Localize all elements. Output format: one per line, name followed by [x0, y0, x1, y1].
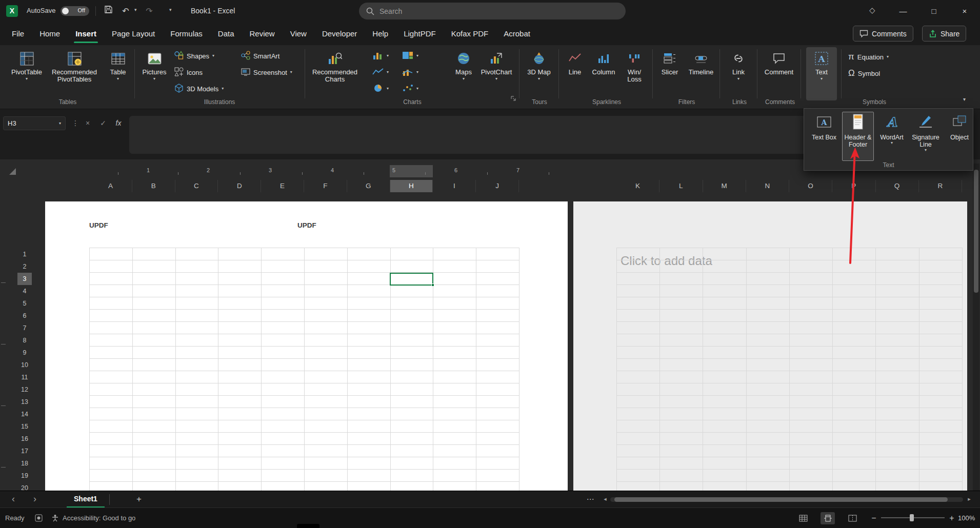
row-header-3[interactable]: 3	[17, 273, 32, 285]
row-header-7[interactable]: 7	[17, 322, 32, 334]
column-header-b[interactable]: B	[132, 180, 175, 192]
pivottable-button[interactable]: PivotTable ▾	[8, 47, 45, 100]
insert-pie-chart-button[interactable]: ▾	[370, 82, 391, 95]
column-header-d[interactable]: D	[218, 180, 261, 192]
row-header-1[interactable]: 1	[17, 248, 32, 260]
row-header-14[interactable]: 14	[17, 408, 32, 420]
row-header-13[interactable]: 13	[17, 396, 32, 408]
sparkline-winloss-button[interactable]: Win/ Loss	[621, 47, 648, 100]
insert-column-chart-button[interactable]: ▾	[370, 49, 391, 63]
column-header-r[interactable]: R	[919, 180, 962, 192]
fill-handle[interactable]	[431, 283, 434, 287]
page-layout-view-button[interactable]	[821, 512, 835, 524]
menu-item-signature-line[interactable]: Signature Line ▾	[910, 112, 942, 161]
icons-button[interactable]: Icons	[172, 66, 205, 79]
sheet-tab-sheet1[interactable]: Sheet1	[67, 491, 105, 508]
row-header-20[interactable]: 20	[17, 482, 32, 491]
name-box[interactable]: H3 ▾	[3, 116, 66, 130]
ribbon-tab-home[interactable]: Home	[32, 22, 68, 45]
quick-access-customize-chevron[interactable]: ▾	[169, 7, 172, 12]
column-header-k[interactable]: K	[616, 180, 659, 192]
ribbon-tab-page-layout[interactable]: Page Layout	[104, 22, 163, 45]
ribbon-tab-file[interactable]: File	[4, 22, 32, 45]
row-header-5[interactable]: 5	[17, 297, 32, 310]
formula-bar-dots-icon[interactable]: ⋮	[69, 116, 82, 130]
menu-item-header-footer[interactable]: Header & Footer	[842, 112, 874, 161]
normal-view-button[interactable]	[796, 512, 810, 524]
row-header-18[interactable]: 18	[17, 457, 32, 470]
symbol-button[interactable]: Ω Symbol	[846, 67, 882, 80]
insert-line-chart-button[interactable]: ▾	[370, 66, 391, 79]
row-header-8[interactable]: 8	[17, 334, 32, 347]
vertical-scrollbar[interactable]	[973, 164, 979, 491]
timeline-button[interactable]: Timeline	[685, 47, 717, 100]
column-header-e[interactable]: E	[261, 180, 304, 192]
horizontal-scrollbar-thumb[interactable]	[614, 497, 948, 502]
3d-models-button[interactable]: 3D Models ▾	[172, 82, 226, 95]
column-header-h[interactable]: H	[390, 180, 433, 192]
pivotchart-button[interactable]: PivotChart ▾	[478, 47, 515, 100]
search-box[interactable]	[359, 3, 626, 19]
comment-button[interactable]: Comment	[761, 47, 797, 100]
column-header-q[interactable]: Q	[876, 180, 919, 192]
selected-cell-h3[interactable]	[390, 273, 433, 286]
column-header-n[interactable]: N	[746, 180, 789, 192]
excel-logo-icon[interactable]: X	[6, 5, 18, 17]
ribbon-tab-acrobat[interactable]: Acrobat	[496, 22, 538, 45]
sheet-nav-left-button[interactable]: ‹	[7, 491, 19, 508]
cancel-entry-button[interactable]: ×	[81, 116, 94, 130]
sheet-nav-right-button[interactable]: ›	[29, 491, 41, 508]
accessibility-status[interactable]: Accessibility: Good to go	[63, 508, 135, 528]
ribbon-tab-view[interactable]: View	[283, 22, 314, 45]
close-button[interactable]: ×	[949, 0, 980, 22]
equation-button[interactable]: π Equation ▾	[846, 50, 891, 64]
ribbon-tab-kofax-pdf[interactable]: Kofax PDF	[444, 22, 496, 45]
sparkline-line-button[interactable]: Line	[563, 47, 587, 100]
row-header-19[interactable]: 19	[17, 470, 32, 482]
ribbon-tab-developer[interactable]: Developer	[314, 22, 365, 45]
row-header-15[interactable]: 15	[17, 420, 32, 433]
column-header-g[interactable]: G	[347, 180, 390, 192]
column-header-l[interactable]: L	[659, 180, 703, 192]
ribbon-tab-data[interactable]: Data	[210, 22, 242, 45]
row-header-9[interactable]: 9	[17, 347, 32, 359]
horizontal-scrollbar[interactable]	[610, 497, 963, 502]
ribbon-tab-insert[interactable]: Insert	[68, 22, 104, 45]
row-header-4[interactable]: 4	[17, 285, 32, 297]
shapes-button[interactable]: Shapes ▾	[172, 49, 216, 63]
pictures-button[interactable]: Pictures ▾	[139, 47, 169, 100]
page-header-left[interactable]: UPDF	[89, 221, 108, 229]
sheet-grid-page2[interactable]	[616, 248, 963, 491]
column-header-o[interactable]: O	[789, 180, 832, 192]
hscroll-right-arrow[interactable]: ▸	[965, 491, 973, 508]
redo-button[interactable]: ↷	[142, 4, 157, 18]
new-sheet-button[interactable]: +	[132, 491, 146, 508]
recommended-pivottables-button[interactable]: Recommended PivotTables	[47, 47, 102, 100]
insert-combo-chart-button[interactable]: ▾	[400, 66, 421, 79]
column-header-p[interactable]: P	[832, 180, 875, 192]
table-button[interactable]: Table ▾	[105, 47, 131, 100]
insert-hierarchy-chart-button[interactable]: ▾	[400, 49, 421, 63]
column-header-a[interactable]: A	[89, 180, 132, 192]
row-header-10[interactable]: 10	[17, 359, 32, 371]
row-header-11[interactable]: 11	[17, 371, 32, 383]
row-header-12[interactable]: 12	[17, 383, 32, 396]
slicer-button[interactable]: Slicer	[656, 47, 683, 100]
column-header-f[interactable]: F	[304, 180, 347, 192]
maximize-button[interactable]: □	[918, 0, 949, 22]
page-break-view-button[interactable]	[845, 512, 859, 524]
undo-button[interactable]: ↶	[118, 4, 133, 18]
page-header-center[interactable]: UPDF	[297, 221, 316, 229]
ribbon-tab-review[interactable]: Review	[242, 22, 283, 45]
share-button[interactable]: Share	[922, 26, 966, 42]
insert-scatter-chart-button[interactable]: ▾	[400, 82, 421, 95]
column-header-c[interactable]: C	[175, 180, 218, 192]
text-button[interactable]: A Text ▾	[806, 47, 837, 100]
menu-item-object[interactable]: Object	[944, 112, 975, 161]
column-header-i[interactable]: I	[433, 180, 476, 192]
menu-item-wordart[interactable]: A WordArt ▾	[876, 112, 908, 161]
zoom-out-button[interactable]: −	[869, 508, 879, 528]
undo-dropdown-chevron[interactable]: ▾	[134, 7, 137, 12]
maps-button[interactable]: Maps ▾	[451, 47, 476, 100]
menu-item-text-box[interactable]: A Text Box	[808, 112, 840, 161]
